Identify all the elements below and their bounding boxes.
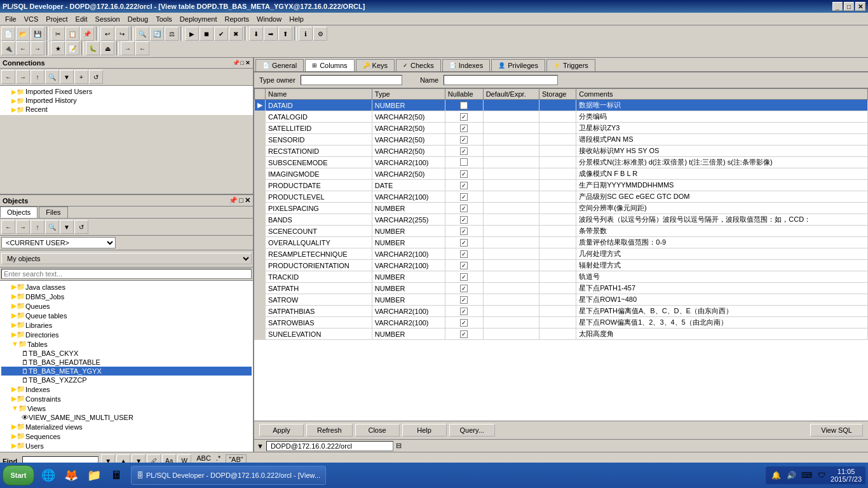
col-header-storage[interactable]: Storage	[539, 89, 576, 100]
obj-tb-bas-headtable[interactable]: 🗒 TB_BAS_HEADTABLE	[1, 358, 252, 367]
tb-debug-run[interactable]: 🐛	[86, 41, 100, 55]
col-header-name[interactable]: Name	[266, 89, 372, 100]
menu-debug[interactable]: Debug	[124, 14, 152, 24]
conn-pin-button[interactable]: 📌	[233, 60, 240, 66]
obj-tb-bas-yxzzcp[interactable]: 🗒 TB_BAS_YXZZCP	[1, 376, 252, 384]
table-row[interactable]: SUBSCENEMODEVARCHAR2(100)分景模式N(注:标准景) d(…	[255, 157, 868, 168]
tb-commit[interactable]: ✔	[214, 27, 228, 41]
tb-new[interactable]: 📄	[1, 27, 15, 41]
tb-execute[interactable]: ▶	[185, 27, 199, 41]
menu-help[interactable]: Help	[285, 14, 308, 24]
tab-privileges[interactable]: 👤 Privileges	[491, 59, 545, 71]
obj-tables[interactable]: ▼📁 Tables	[1, 339, 252, 349]
obj-tb-fwd[interactable]: →	[16, 220, 30, 234]
menu-deployment[interactable]: Deployment	[176, 14, 221, 24]
refresh-button[interactable]: Refresh	[306, 424, 353, 437]
tb-settings[interactable]: ⚙	[313, 27, 327, 41]
cell-nullable[interactable]	[445, 100, 483, 111]
obj-view-same-ins[interactable]: 👁 VIEW_SAME_INS_MULTI_USER	[1, 413, 252, 422]
my-objects-dropdown[interactable]: My objects	[1, 253, 252, 264]
obj-tb-up[interactable]: ↑	[31, 220, 44, 234]
cell-nullable[interactable]	[445, 168, 483, 180]
type-owner-input[interactable]	[301, 75, 402, 85]
menu-tools[interactable]: Tools	[152, 14, 176, 24]
tab-checks[interactable]: ✓ Checks	[396, 59, 441, 71]
table-row[interactable]: CATALOGIDVARCHAR2(50)分类编码	[255, 111, 868, 123]
minimize-button[interactable]: _	[832, 2, 843, 11]
table-row[interactable]: PRODUCTDATEDATE生产日期YYYYMMDDHHMMS	[255, 180, 868, 191]
table-row[interactable]: SATELLITEIDVARCHAR2(50)卫星标识ZY3	[255, 123, 868, 134]
table-row[interactable]: PIXELSPACINGNUMBER空间分辨率(像元间距)	[255, 203, 868, 214]
cell-nullable[interactable]	[445, 191, 483, 203]
table-row[interactable]: SCENECOUNTNUMBER条带景数	[255, 226, 868, 237]
tab-objects[interactable]: Objects	[0, 207, 37, 218]
tb-stop[interactable]: ⏹	[200, 27, 214, 41]
obj-tb-refresh[interactable]: ↺	[74, 220, 88, 234]
tb-rollback[interactable]: ✖	[229, 27, 243, 41]
name-input[interactable]	[444, 75, 558, 85]
tb-arrow-left[interactable]: ←	[135, 41, 149, 55]
obj-close-button[interactable]: ✕	[245, 196, 250, 205]
tray-icon-3[interactable]: ⌨	[801, 470, 811, 480]
conn-close-button[interactable]: ✕	[245, 60, 250, 66]
cell-nullable[interactable]	[445, 237, 483, 248]
tb-cut[interactable]: ✂	[51, 27, 65, 41]
obj-tb-filter[interactable]: ▼	[60, 220, 74, 234]
user-dropdown[interactable]: <CURRENT USER>	[1, 237, 116, 248]
obj-queues[interactable]: ▶📁 Queues	[1, 301, 252, 311]
tab-columns[interactable]: ⊞ Columns	[305, 59, 354, 71]
obj-tb-back[interactable]: ←	[1, 220, 15, 234]
cell-nullable[interactable]	[445, 294, 483, 306]
taskbar-ie-icon[interactable]: 🌐	[38, 465, 58, 485]
tb-step-out[interactable]: ⬆	[278, 27, 292, 41]
cell-nullable[interactable]	[445, 134, 483, 146]
close-button[interactable]: ✕	[855, 2, 865, 11]
table-row[interactable]: IMAGINGMODEVARCHAR2(50)成像模式N F B L R	[255, 168, 868, 180]
cell-nullable[interactable]	[445, 180, 483, 191]
obj-indexes[interactable]: ▶📁 Indexes	[1, 384, 252, 394]
conn-tb-up[interactable]: ↑	[31, 70, 44, 84]
cell-nullable[interactable]	[445, 260, 483, 271]
conn-expand-button[interactable]: □	[241, 60, 244, 66]
tb-bookmark[interactable]: ★	[51, 41, 65, 55]
cell-nullable[interactable]	[445, 226, 483, 237]
taskbar-calc-icon[interactable]: 🖩	[107, 465, 127, 485]
cell-nullable[interactable]	[445, 248, 483, 260]
table-row[interactable]: PRODUCTORIENTATIONVARCHAR2(100)辐射处理方式	[255, 260, 868, 271]
tray-icon-1[interactable]: 🔔	[771, 470, 781, 480]
obj-tb-bas-meta-ygyx[interactable]: 🗒 TB_BAS_META_YGYX	[1, 367, 252, 376]
tb-info[interactable]: ℹ	[299, 27, 313, 41]
cell-nullable[interactable]	[445, 283, 483, 294]
obj-libraries[interactable]: ▶📁 Libraries	[1, 320, 252, 330]
table-row[interactable]: SATROWNUMBER星下点ROW1~480	[255, 294, 868, 306]
apply-button[interactable]: Apply	[259, 424, 304, 437]
obj-pin-button[interactable]: 📌	[229, 196, 238, 205]
table-row[interactable]: OVERALLQUALITYNUMBER质量评价结果取值范围：0-9	[255, 237, 868, 248]
cell-nullable[interactable]	[445, 123, 483, 134]
tab-general[interactable]: 📄 General	[255, 59, 304, 71]
table-row[interactable]: SATPATHBIASVARCHAR2(100)星下点PATH偏离值A、B、C、…	[255, 306, 868, 317]
cell-nullable[interactable]	[445, 271, 483, 283]
taskbar-explorer-icon[interactable]: 📁	[84, 465, 104, 485]
tab-triggers[interactable]: ⚡ Triggers	[546, 59, 595, 71]
tray-icon-4[interactable]: 🛡	[817, 470, 827, 480]
menu-window[interactable]: Window	[253, 14, 285, 24]
tb-nav-back[interactable]: ←	[16, 41, 30, 55]
tab-keys[interactable]: 🔑 Keys	[356, 59, 395, 71]
table-row[interactable]: RECSTATIONIDVARCHAR2(50)接收站标识MY HS SY OS	[255, 146, 868, 157]
data-table-container[interactable]: Name Type Nullable Default/Expr. Storage…	[254, 88, 868, 421]
conn-tree-item-imported-history[interactable]: ▶📁 Imported History	[1, 96, 252, 105]
start-button[interactable]: Start	[3, 465, 34, 485]
query-button[interactable]: Query...	[449, 424, 495, 437]
tb-find[interactable]: 🔍	[135, 27, 149, 41]
search-input[interactable]	[1, 269, 252, 279]
table-row[interactable]: SUNELEVATIONNUMBER太阳高度角	[255, 329, 868, 340]
tray-icon-2[interactable]: 🔊	[786, 470, 796, 480]
obj-java-classes[interactable]: ▶📁 Java classes	[1, 282, 252, 292]
conn-tb-new[interactable]: +	[74, 70, 88, 84]
menu-file[interactable]: File	[1, 14, 20, 24]
tb-replace[interactable]: 🔄	[150, 27, 164, 41]
tb-macro[interactable]: 📝	[65, 41, 79, 55]
tb-copy[interactable]: 📋	[65, 27, 79, 41]
tab-indexes[interactable]: 📑 Indexes	[442, 59, 491, 71]
